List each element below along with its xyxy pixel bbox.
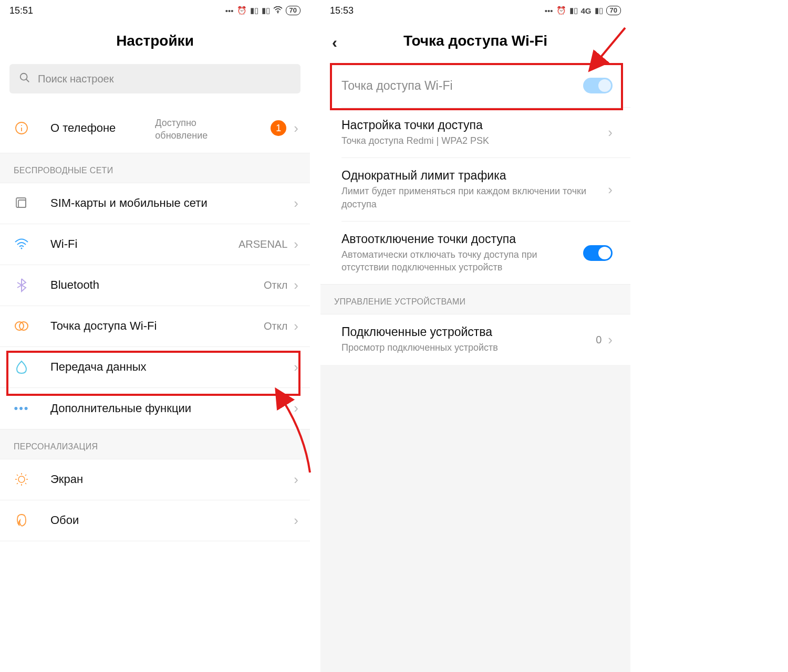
svg-point-4 (21, 125, 22, 126)
more-icon: ••• (225, 6, 234, 15)
more-row[interactable]: ••• Дополнительные функции › (0, 388, 310, 429)
hotspot-row[interactable]: Точка доступа Wi-Fi Откл › (0, 306, 310, 347)
chevron-right-icon: › (608, 124, 613, 141)
connected-devices-row[interactable]: Подключенные устройства Просмотр подключ… (320, 314, 630, 364)
display-icon (14, 471, 29, 487)
alarm-icon: ⏰ (237, 6, 247, 15)
settings-screen: 15:51 ••• ⏰ ▮▯ ▮▯ 70 Настройки Поиск нас… (0, 0, 310, 672)
sim-row[interactable]: SIM-карты и мобильные сети › (0, 183, 310, 224)
svg-rect-7 (18, 200, 26, 207)
page-title: ‹ Точка доступа Wi-Fi (320, 21, 630, 64)
auto-off-sub: Автоматически отключать точку доступа пр… (341, 248, 583, 274)
chevron-right-icon: › (294, 120, 298, 136)
chevron-right-icon: › (294, 512, 298, 529)
update-badge: 1 (271, 120, 286, 136)
data-icon (14, 359, 29, 375)
data-label: Передача данных (50, 360, 294, 374)
display-row[interactable]: Экран › (0, 459, 310, 500)
about-sub: Доступно обновление (155, 117, 229, 142)
chevron-right-icon: › (294, 471, 298, 488)
hotspot-value: Откл (264, 320, 287, 332)
signal-icon: ▮▯ (569, 6, 578, 15)
hotspot-setup-row[interactable]: Настройка точки доступа Точка доступа Re… (320, 108, 630, 158)
chevron-right-icon: › (294, 195, 298, 212)
battery-icon: 70 (286, 6, 300, 15)
chevron-right-icon: › (294, 400, 298, 416)
section-devices: УПРАВЛЕНИЕ УСТРОЙСТВАМИ (320, 284, 630, 314)
search-placeholder: Поиск настроек (38, 73, 113, 85)
status-bar: 15:53 ••• ⏰ ▮▯ 4G ▮▯ 70 (320, 0, 630, 21)
svg-line-19 (17, 483, 18, 484)
signal-icon: ▮▯ (262, 6, 270, 15)
svg-line-16 (17, 475, 18, 476)
wallpaper-icon (14, 512, 29, 528)
bluetooth-row[interactable]: Bluetooth Откл › (0, 265, 310, 306)
connected-count: 0 (596, 334, 602, 346)
wifi-row[interactable]: Wi-Fi ARSENAL › (0, 224, 310, 265)
bluetooth-label: Bluetooth (50, 278, 264, 292)
svg-point-8 (21, 248, 23, 249)
wifi-icon (14, 236, 29, 252)
title-text: Точка доступа Wi-Fi (403, 33, 547, 49)
alarm-icon: ⏰ (556, 6, 566, 15)
limit-label: Однократный лимит трафика (341, 169, 608, 183)
bluetooth-icon (14, 277, 29, 293)
status-bar: 15:51 ••• ⏰ ▮▯ ▮▯ 70 (0, 0, 310, 21)
wifi-value: ARSENAL (239, 238, 287, 250)
svg-line-2 (26, 79, 29, 82)
sim-icon (14, 195, 29, 211)
info-icon (14, 120, 29, 136)
svg-point-1 (20, 73, 27, 80)
battery-icon: 70 (606, 6, 621, 15)
connected-sub: Просмотр подключенных устройств (341, 341, 596, 354)
clock: 15:51 (9, 5, 33, 16)
signal-icon: ▮▯ (595, 6, 603, 15)
svg-line-18 (25, 475, 26, 476)
hotspot-label: Точка доступа Wi-Fi (50, 319, 264, 333)
signal-icon: ▮▯ (250, 6, 258, 15)
status-icons: ••• ⏰ ▮▯ ▮▯ 70 (225, 6, 300, 15)
wallpaper-row[interactable]: Обои › (0, 500, 310, 541)
chevron-right-icon: › (294, 359, 298, 375)
data-usage-row[interactable]: Передача данных › (0, 347, 310, 388)
hotspot-toggle[interactable] (583, 78, 613, 93)
more-icon: ••• (545, 6, 553, 15)
setup-sub: Точка доступа Redmi | WPA2 PSK (341, 134, 608, 147)
status-icons: ••• ⏰ ▮▯ 4G ▮▯ 70 (545, 6, 621, 15)
chevron-right-icon: › (294, 277, 298, 293)
sim-label: SIM-карты и мобильные сети (50, 196, 294, 210)
svg-line-17 (25, 483, 26, 484)
clock: 15:53 (330, 5, 354, 16)
setup-label: Настройка точки доступа (341, 118, 608, 132)
display-label: Экран (50, 472, 294, 486)
about-label: О телефоне (50, 121, 155, 135)
wallpaper-label: Обои (50, 513, 294, 527)
about-phone-row[interactable]: О телефоне Доступно обновление 1 › (0, 104, 310, 153)
hotspot-toggle-row[interactable]: Точка доступа Wi-Fi (320, 64, 630, 107)
chevron-right-icon: › (608, 182, 613, 198)
svg-point-0 (277, 12, 278, 13)
connected-label: Подключенные устройства (341, 325, 596, 339)
traffic-limit-row[interactable]: Однократный лимит трафика Лимит будет пр… (320, 158, 630, 221)
chevron-right-icon: › (294, 236, 298, 253)
wifi-icon (273, 6, 283, 15)
auto-off-row[interactable]: Автоотключение точки доступа Автоматичес… (320, 222, 630, 285)
hotspot-screen: 15:53 ••• ⏰ ▮▯ 4G ▮▯ 70 ‹ Точка доступа … (320, 0, 630, 672)
empty-area (320, 365, 630, 672)
more-label: Дополнительные функции (50, 402, 294, 415)
hotspot-toggle-label: Точка доступа Wi-Fi (341, 79, 583, 93)
auto-off-label: Автоотключение точки доступа (341, 232, 583, 246)
auto-off-toggle[interactable] (583, 245, 613, 261)
bluetooth-value: Откл (264, 279, 287, 291)
svg-point-11 (18, 476, 25, 482)
back-button[interactable]: ‹ (332, 34, 337, 51)
page-title: Настройки (0, 21, 310, 64)
section-wireless: БЕСПРОВОДНЫЕ СЕТИ (0, 153, 310, 183)
search-icon (19, 72, 30, 86)
more-icon: ••• (14, 401, 29, 416)
search-input[interactable]: Поиск настроек (9, 64, 300, 93)
limit-sub: Лимит будет применяться при каждом включ… (341, 185, 608, 211)
network-label: 4G (581, 6, 592, 15)
hotspot-icon (14, 318, 29, 334)
chevron-right-icon: › (294, 318, 298, 334)
